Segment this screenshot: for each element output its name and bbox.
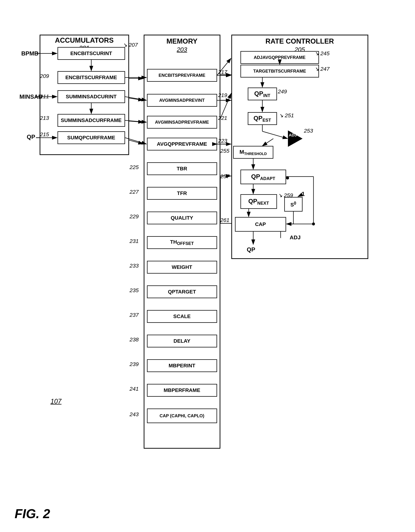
ref-245: ↘ 245 — [314, 50, 330, 57]
cell-mbperframe-label: MBPERFRAME — [164, 387, 200, 393]
cell-adjavgqpprevframe-label: ADJAVGQPPREVFRAME — [254, 55, 306, 60]
cell-encbitscurframe: ENCBITSCURFRAME — [58, 71, 125, 84]
memory-label: MEMORY — [147, 37, 217, 45]
cell-qptarget-label: QPTARGET — [168, 289, 196, 295]
ref-231: 231 — [130, 238, 139, 244]
cell-thoffset-label: THOFFSET — [170, 239, 194, 246]
cell-qp-adapt-label: QPADAPT — [251, 173, 275, 181]
ref-259: ↘ 259 — [278, 192, 293, 199]
cell-mbperint-label: MBPERINT — [168, 363, 195, 369]
cell-qp-int-label: QPINT — [254, 90, 270, 98]
cell-scale: SCALE — [147, 310, 217, 323]
cell-avgminsadprevint-label: AVGMINSADPREVINT — [159, 98, 205, 103]
ref-257: 257 — [220, 173, 229, 180]
adj-label-cap: ADJ — [290, 234, 301, 241]
diagram-area: ACCUMULATORS 201 ↘ 207 ENCBITSCURINT ENC… — [16, 11, 399, 485]
cell-qp-int: QPINT — [248, 87, 277, 100]
ref-221: 221 — [218, 115, 227, 121]
cell-thoffset: THOFFSET — [147, 236, 217, 249]
ref-253: 253 — [304, 128, 313, 134]
cell-s0: S0 — [284, 197, 303, 212]
cell-tbr: TBR — [147, 162, 217, 175]
ref-261: 261 — [220, 217, 229, 223]
cell-encbitscurint: ENCBITSCURINT — [58, 47, 125, 60]
ref-107-num: 107 — [50, 398, 61, 405]
cell-s0-label: S0 — [290, 201, 296, 208]
ref-235: 235 — [130, 287, 139, 294]
cell-cap-rc: CAP — [235, 217, 286, 232]
cell-qp-next-label: QPNEXT — [248, 198, 269, 206]
ref-107: 107 — [50, 398, 61, 405]
ref-223: 223 — [218, 138, 227, 144]
accumulators-label: ACCUMULATORS — [44, 37, 125, 44]
ref-241: 241 — [130, 386, 139, 392]
cell-summinsadcurint-label: SUMMINSADCURINT — [66, 94, 117, 100]
ref-211: 211 — [40, 93, 49, 100]
ref-238: 238 — [130, 336, 139, 343]
cell-avgminsadprevframe: AVGMINSADPREVFRAME — [147, 116, 217, 129]
rate-controller-label: RATE CONTROLLER — [235, 37, 365, 45]
cell-cap-label: CAP (CAPHI, CAPLO) — [159, 413, 204, 418]
cell-qp-adapt: QPADAPT — [240, 170, 286, 184]
cell-mbperframe: MBPERFRAME — [147, 384, 217, 397]
ref-227: 227 — [130, 189, 139, 195]
cell-avgminsadprevint: AVGMINSADPREVINT — [147, 94, 217, 107]
cell-delay-label: DELAY — [173, 338, 190, 344]
cell-encbitsprevframe: ENCBITSPREVFRAME — [147, 69, 217, 82]
memory-ref: 203 — [147, 46, 217, 53]
ref-217: 217 — [218, 69, 227, 75]
cell-tfr-label: TFR — [177, 190, 187, 196]
cell-targetbitscurframe: TARGETBITSCURFRAME — [240, 65, 319, 77]
ref-233: 233 — [130, 263, 139, 269]
cell-avgminsadprevframe-label: AVGMINSADPREVFRAME — [155, 120, 209, 125]
output-qp: QP — [247, 246, 255, 253]
cell-qptarget: QPTARGET — [147, 285, 217, 298]
cell-quality: QUALITY — [147, 212, 217, 224]
ref-239: 239 — [130, 361, 139, 367]
ref-243: 243 — [130, 411, 139, 418]
page: ACCUMULATORS 201 ↘ 207 ENCBITSCURINT ENC… — [0, 0, 415, 532]
ref-237: 237 — [130, 312, 139, 318]
cell-sumqpcurframe: SUMQPCURFRAME — [58, 131, 125, 144]
cell-delay: DELAY — [147, 335, 217, 347]
cell-encbitscurframe-label: ENCBITSCURFRAME — [65, 75, 117, 80]
input-bpmb: BPMB — [21, 50, 39, 57]
cell-m-threshold: MTHRESHOLD — [233, 146, 273, 159]
ref-229: 229 — [130, 213, 139, 219]
cell-summinsadcurframe: SUMMINSADCURFRAME — [58, 114, 125, 127]
input-qp: QP — [27, 133, 35, 140]
cell-tbr-label: TBR — [177, 166, 187, 172]
dot-qpadapt-right — [286, 177, 289, 180]
adj-triangle-label: ADJ — [289, 133, 297, 138]
input-minsad: MINSAD — [20, 93, 42, 100]
ref-209: 209 — [40, 73, 49, 79]
cell-avgqpprevframe: AVGQPPREVFRAME — [147, 138, 217, 151]
cell-avgqpprevframe-label: AVGQPPREVFRAME — [157, 141, 207, 147]
fig-label: FIG. 2 — [15, 506, 50, 521]
cell-cap-caphi-caplo: CAP (CAPHI, CAPLO) — [147, 408, 217, 423]
cell-quality-label: QUALITY — [171, 215, 193, 221]
cell-targetbitscurframe-label: TARGETBITSCURFRAME — [253, 69, 306, 74]
memory-ref-num: 203 — [177, 46, 187, 53]
ref-247: ↘ 247 — [314, 66, 330, 72]
ref-215: 215 — [40, 131, 49, 138]
ref-249: 249 — [278, 88, 287, 95]
cell-qp-est-label: QPEST — [254, 114, 271, 123]
cell-sumqpcurframe-label: SUMQPCURFRAME — [67, 135, 115, 141]
cell-qp-est: QPEST — [248, 112, 277, 125]
cell-mbperint: MBPERINT — [147, 359, 217, 372]
cell-summinsadcurint: SUMMINSADCURINT — [58, 90, 125, 103]
cell-tfr: TFR — [147, 187, 217, 200]
ref-219: 219 — [218, 92, 227, 98]
cell-adjavgqpprevframe: ADJAVGQPPREVFRAME — [240, 51, 319, 64]
cell-scale-label: SCALE — [173, 314, 191, 319]
cell-encbitsprevframe-label: ENCBITSPREVFRAME — [158, 73, 205, 78]
cell-m-threshold-label: MTHRESHOLD — [239, 149, 267, 156]
cell-encbitscurint-label: ENCBITSCURINT — [70, 50, 112, 56]
one-label: 1 — [302, 190, 305, 197]
ref-255: 255 — [220, 148, 229, 154]
ref-213: 213 — [40, 115, 49, 121]
cell-weight: WEIGHT — [147, 261, 217, 274]
cell-weight-label: WEIGHT — [172, 264, 192, 270]
cell-cap-rc-label: CAP — [255, 221, 266, 227]
